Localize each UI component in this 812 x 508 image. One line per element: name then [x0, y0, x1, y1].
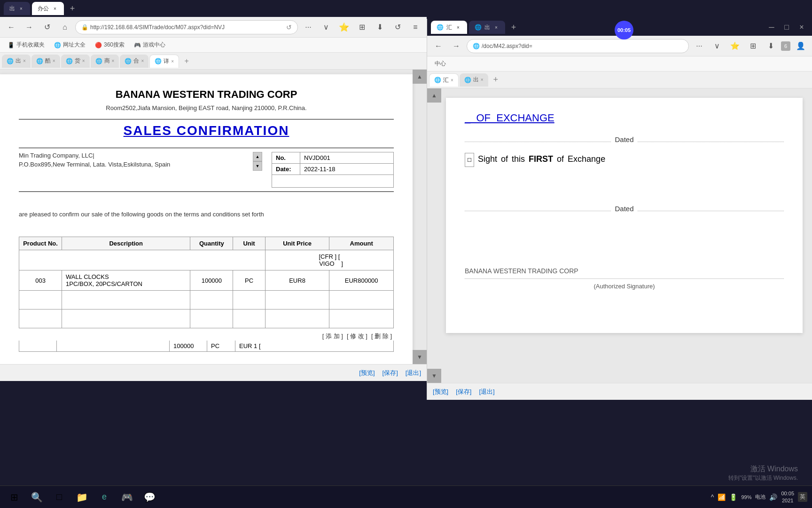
game-taskbar-button[interactable]: 🎮	[117, 488, 136, 507]
sec-tab-he[interactable]: 🌐 合 ×	[120, 55, 148, 68]
right-nav-back[interactable]: ←	[431, 39, 446, 54]
top-divider	[19, 119, 394, 119]
tab-right-hui[interactable]: 🌐 汇 ×	[431, 21, 467, 34]
sales-confirmation-title: SALES CONFIRMATION	[19, 123, 394, 138]
delete-action[interactable]: [ 删 除 ]	[371, 332, 392, 341]
expand-button[interactable]: ∨	[319, 20, 334, 35]
star-icon[interactable]: ⭐	[336, 20, 351, 35]
sec-tab-close[interactable]: ×	[23, 58, 26, 64]
sec-tab-close[interactable]: ×	[82, 58, 85, 64]
right-expand-button[interactable]: ∨	[710, 39, 725, 54]
more-button[interactable]: ···	[301, 20, 316, 35]
modify-action[interactable]: [ 修 改 ]	[347, 332, 367, 341]
right-url-text: /doc/M42.aspx?did=	[482, 43, 683, 49]
right-toolbar-icon1[interactable]: ⭐	[727, 39, 742, 54]
scroll-up-button[interactable]: ▲	[413, 70, 427, 84]
right-new-tab-button[interactable]: +	[507, 21, 520, 34]
checkbox-sight[interactable]: ☐	[465, 153, 474, 167]
right-toolbar-icon4[interactable]: 👤	[793, 39, 808, 54]
title-divider	[19, 148, 394, 148]
nav-forward-button[interactable]: →	[22, 20, 37, 35]
sec-tab-close[interactable]: ×	[141, 58, 144, 64]
empty-order-row	[272, 175, 394, 188]
right-sec-tab-chu[interactable]: 🌐 出 ×	[460, 73, 488, 87]
sec-tab-huo[interactable]: 🌐 货 ×	[61, 55, 90, 68]
search-button[interactable]: 🔍	[27, 488, 46, 507]
explorer-button[interactable]: 📁	[72, 488, 91, 507]
task-view-button[interactable]: □	[50, 488, 69, 507]
maximize-button[interactable]: □	[780, 21, 793, 34]
cell-empty	[62, 310, 190, 328]
right-nav-forward[interactable]: →	[449, 39, 464, 54]
right-preview-link[interactable]: [预览]	[433, 388, 448, 396]
system-clock[interactable]: 00:05 2021	[781, 490, 794, 504]
bookmark-360[interactable]: 🔴 360搜索	[91, 40, 128, 50]
edge-button[interactable]: e	[95, 488, 114, 507]
right-new-sec-tab[interactable]: +	[489, 73, 502, 87]
tab-close-chu[interactable]: ×	[18, 5, 24, 12]
right-toolbar-icon3[interactable]: ⬇	[763, 39, 778, 54]
close-window-button[interactable]: ×	[795, 21, 808, 34]
new-sec-tab-button[interactable]: +	[180, 55, 193, 68]
right-bookmark-center[interactable]: 中心	[431, 59, 450, 69]
right-scroll-down-button[interactable]: ▼	[427, 369, 441, 383]
sec-tab-chu[interactable]: 🌐 出 ×	[2, 55, 31, 68]
sec-tab-close[interactable]: ×	[451, 78, 453, 83]
tab-left-chu[interactable]: 出 ×	[4, 2, 30, 15]
sec-tab-shang[interactable]: 🌐 商 ×	[91, 55, 119, 68]
tab-close[interactable]: ×	[493, 24, 500, 31]
undo-icon[interactable]: ↺	[390, 20, 405, 35]
nav-back-button[interactable]: ←	[4, 20, 19, 35]
cell-empty	[265, 291, 329, 310]
sec-tab-label: 货	[75, 57, 80, 65]
right-more-button[interactable]: ···	[692, 39, 707, 54]
sec-tab-xiang[interactable]: 🌐 详 ×	[149, 55, 179, 68]
tab-right-chu[interactable]: 🌐 出 ×	[469, 21, 505, 34]
chat-button[interactable]: 💬	[140, 488, 159, 507]
network-icon[interactable]: 📶	[718, 493, 726, 501]
new-tab-button[interactable]: +	[66, 2, 79, 15]
right-toolbar-icon2[interactable]: ⊞	[745, 39, 760, 54]
right-exit-link[interactable]: [退出]	[479, 388, 494, 396]
nav-home-button[interactable]: ⌂	[57, 20, 72, 35]
sec-tab-close[interactable]: ×	[53, 58, 55, 64]
right-save-link[interactable]: [保存]	[456, 388, 471, 396]
sec-tab-ku[interactable]: 🌐 酷 ×	[31, 55, 60, 68]
sec-tab-close[interactable]: ×	[481, 77, 484, 82]
caret-icon[interactable]: ^	[711, 493, 714, 501]
preview-link[interactable]: [预览]	[359, 369, 375, 377]
menu-icon[interactable]: ≡	[408, 20, 423, 35]
add-action[interactable]: [ 添 加 ]	[322, 332, 343, 341]
right-sec-tab-hui[interactable]: 🌐 汇 ×	[429, 73, 459, 87]
scroll-down-button[interactable]: ▼	[413, 350, 427, 364]
input-method-indicator[interactable]: 英	[798, 492, 807, 502]
intro-text: are pleased to confirm our sale of the f…	[19, 211, 394, 218]
grid-icon[interactable]: ⊞	[354, 20, 369, 35]
action-bar: [ 添 加 ] [ 修 改 ] [ 删 除 ]	[19, 332, 394, 341]
exit-link[interactable]: [退出]	[406, 369, 421, 377]
tab-left-office[interactable]: 办公 ×	[32, 2, 64, 15]
game-taskbar-icon: 🎮	[121, 492, 133, 503]
scroll-up-customer[interactable]: ▲	[253, 152, 262, 161]
cell-empty	[329, 291, 394, 310]
save-link[interactable]: [保存]	[383, 369, 398, 377]
bookmark-webdir[interactable]: 🌐 网址大全	[50, 40, 89, 50]
sec-tab-close[interactable]: ×	[112, 58, 115, 64]
sec-tab-icon: 🌐	[155, 58, 162, 64]
bookmark-mobile[interactable]: 📱 手机收藏夹	[4, 40, 48, 50]
right-url-input[interactable]: 🌐 /doc/M42.aspx?did=	[467, 39, 689, 53]
battery-icon[interactable]: 🔋	[729, 493, 737, 501]
right-scroll-up-button[interactable]: ▲	[427, 88, 441, 103]
url-input[interactable]: 🔒 http://192.168.68.4/SIMTrade/doc/M07.a…	[75, 20, 298, 34]
tab-close[interactable]: ×	[455, 24, 461, 31]
tab-close-office[interactable]: ×	[52, 5, 58, 12]
scroll-down-customer[interactable]: ▼	[253, 161, 262, 171]
start-button[interactable]: ⊞	[5, 488, 23, 507]
bookmark-game[interactable]: 🎮 游戏中心	[130, 40, 169, 50]
sec-tab-close[interactable]: ×	[171, 59, 174, 64]
boe-spacer	[465, 176, 784, 205]
minimize-button[interactable]: ─	[765, 21, 778, 34]
nav-refresh-button[interactable]: ↺	[39, 20, 55, 35]
download-icon[interactable]: ⬇	[372, 20, 387, 35]
speaker-icon[interactable]: 🔊	[769, 493, 777, 501]
